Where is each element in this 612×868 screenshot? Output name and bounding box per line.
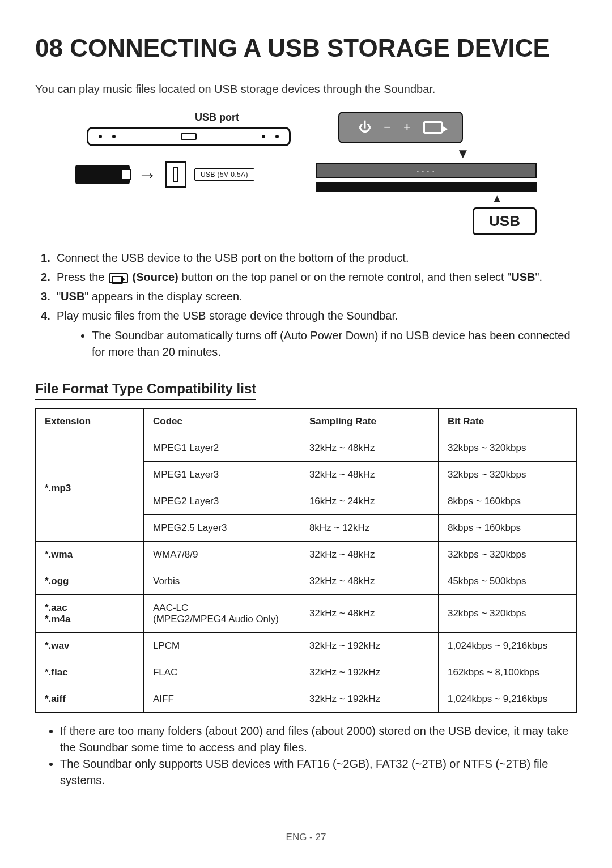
table-row: *.aiffAIFF32kHz ~ 192kHz1,024kbps ~ 9,21… xyxy=(36,686,577,713)
cell-ext: *.aac *.m4a xyxy=(36,595,144,633)
arrow-down-icon: ▼ xyxy=(389,146,537,161)
usb-port-label: USB port xyxy=(75,112,291,124)
cell-sample: 32kHz ~ 48kHz xyxy=(300,595,438,633)
cell-codec: MPEG2 Layer3 xyxy=(143,488,300,515)
cell-bit: 32kbps ~ 320kbps xyxy=(438,595,576,633)
cell-bit: 32kbps ~ 320kbps xyxy=(438,462,576,488)
cell-codec: FLAC xyxy=(143,659,300,686)
cell-ext: *.flac xyxy=(36,659,144,686)
th-ext: Extension xyxy=(36,409,144,435)
cell-bit: 1,024kbps ~ 9,216kbps xyxy=(438,633,576,659)
step-2-c: button on the top panel or on the remote… xyxy=(178,271,512,283)
cell-ext: *.mp3 xyxy=(36,435,144,542)
cell-sample: 32kHz ~ 48kHz xyxy=(300,568,438,595)
step-4: Play music files from the USB storage de… xyxy=(41,308,577,360)
source-icon xyxy=(423,121,443,134)
cell-sample: 32kHz ~ 192kHz xyxy=(300,659,438,686)
page-footer: ENG - 27 xyxy=(0,832,612,843)
cell-sample: 32kHz ~ 48kHz xyxy=(300,435,438,462)
cell-bit: 1,024kbps ~ 9,216kbps xyxy=(438,686,576,713)
table-row: *.mp3MPEG1 Layer232kHz ~ 48kHz32kbps ~ 3… xyxy=(36,435,577,462)
cell-sample: 32kHz ~ 192kHz xyxy=(300,686,438,713)
usb-plug-icon xyxy=(165,161,186,188)
cell-ext: *.ogg xyxy=(36,568,144,595)
table-row: *.flacFLAC32kHz ~ 192kHz162kbps ~ 8,100k… xyxy=(36,659,577,686)
step-4-bullet: The Soundbar automatically turns off (Au… xyxy=(92,327,577,360)
cell-bit: 8kbps ~ 160kbps xyxy=(438,515,576,542)
minus-icon: − xyxy=(384,120,391,135)
step-2-b: (Source) xyxy=(129,271,178,283)
cell-bit: 8kbps ~ 160kbps xyxy=(438,488,576,515)
cell-sample: 32kHz ~ 192kHz xyxy=(300,633,438,659)
compat-table: Extension Codec Sampling Rate Bit Rate *… xyxy=(35,408,577,713)
step-2-e: ". xyxy=(535,271,542,283)
th-sample: Sampling Rate xyxy=(300,409,438,435)
cell-sample: 32kHz ~ 48kHz xyxy=(300,542,438,568)
cell-codec: WMA7/8/9 xyxy=(143,542,300,568)
diagram-row: USB port → USB (5V 0.5A) ⏻ − + ▼ • • • •… xyxy=(35,112,577,235)
step-1: Connect the USB device to the USB port o… xyxy=(41,250,577,266)
subheading: File Format Type Compatibility list xyxy=(35,381,256,400)
plus-icon: + xyxy=(403,120,411,135)
cell-sample: 16kHz ~ 24kHz xyxy=(300,488,438,515)
step-3: "USB" appears in the display screen. xyxy=(41,288,577,305)
step-3-c: " appears in the display screen. xyxy=(84,290,242,303)
arrow-right-icon: → xyxy=(138,164,157,186)
step-3-b: USB xyxy=(61,290,84,303)
cell-codec: MPEG1 Layer3 xyxy=(143,462,300,488)
cell-ext: *.aiff xyxy=(36,686,144,713)
step-2-a: Press the xyxy=(57,271,108,283)
cell-codec: MPEG2.5 Layer3 xyxy=(143,515,300,542)
cell-ext: *.wma xyxy=(36,542,144,568)
note-item: If there are too many folders (about 200… xyxy=(60,723,577,756)
steps-list: Connect the USB device to the USB port o… xyxy=(41,250,577,360)
cell-codec: AIFF xyxy=(143,686,300,713)
diagram-left: USB port → USB (5V 0.5A) xyxy=(75,112,291,188)
soundbar-display-icon: • • • • xyxy=(316,163,537,178)
notes-list: If there are too many folders (about 200… xyxy=(60,723,577,789)
table-row: *.wmaWMA7/8/932kHz ~ 48kHz32kbps ~ 320kb… xyxy=(36,542,577,568)
intro-text: You can play music files located on USB … xyxy=(35,83,577,96)
cell-ext: *.wav xyxy=(36,633,144,659)
arrow-up-icon: ▲ xyxy=(316,192,503,205)
note-item: The Soundbar only supports USB devices w… xyxy=(60,756,577,789)
th-codec: Codec xyxy=(143,409,300,435)
usb-stick-icon xyxy=(75,165,130,184)
table-row: *.oggVorbis32kHz ~ 48kHz45kbps ~ 500kbps xyxy=(36,568,577,595)
cell-codec: Vorbis xyxy=(143,568,300,595)
table-row: *.aac *.m4aAAC-LC (MPEG2/MPEG4 Audio Onl… xyxy=(36,595,577,633)
cell-bit: 45kbps ~ 500kbps xyxy=(438,568,576,595)
cell-codec: MPEG1 Layer2 xyxy=(143,435,300,462)
cell-bit: 32kbps ~ 320kbps xyxy=(438,435,576,462)
usb-port-box: USB (5V 0.5A) xyxy=(194,168,254,181)
soundbar-back-icon xyxy=(87,127,291,146)
diagram-right: ⏻ − + ▼ • • • • ▲ USB xyxy=(316,112,537,235)
soundbar-base-icon xyxy=(316,182,537,192)
page-title: 08 CONNECTING A USB STORAGE DEVICE xyxy=(35,34,577,62)
cell-codec: AAC-LC (MPEG2/MPEG4 Audio Only) xyxy=(143,595,300,633)
step-2: Press the (Source) button on the top pan… xyxy=(41,269,577,286)
step-4-text: Play music files from the USB storage de… xyxy=(57,309,398,322)
remote-top-icon: ⏻ − + xyxy=(338,112,463,143)
source-icon-inline xyxy=(109,273,128,283)
cell-sample: 32kHz ~ 48kHz xyxy=(300,462,438,488)
step-2-d: USB xyxy=(511,271,535,283)
cell-bit: 162kbps ~ 8,100kbps xyxy=(438,659,576,686)
cell-sample: 8kHz ~ 12kHz xyxy=(300,515,438,542)
cell-bit: 32kbps ~ 320kbps xyxy=(438,542,576,568)
power-icon: ⏻ xyxy=(359,120,371,135)
table-row: *.wavLPCM32kHz ~ 192kHz1,024kbps ~ 9,216… xyxy=(36,633,577,659)
usb-badge: USB xyxy=(473,207,537,235)
th-bit: Bit Rate xyxy=(438,409,576,435)
cell-codec: LPCM xyxy=(143,633,300,659)
